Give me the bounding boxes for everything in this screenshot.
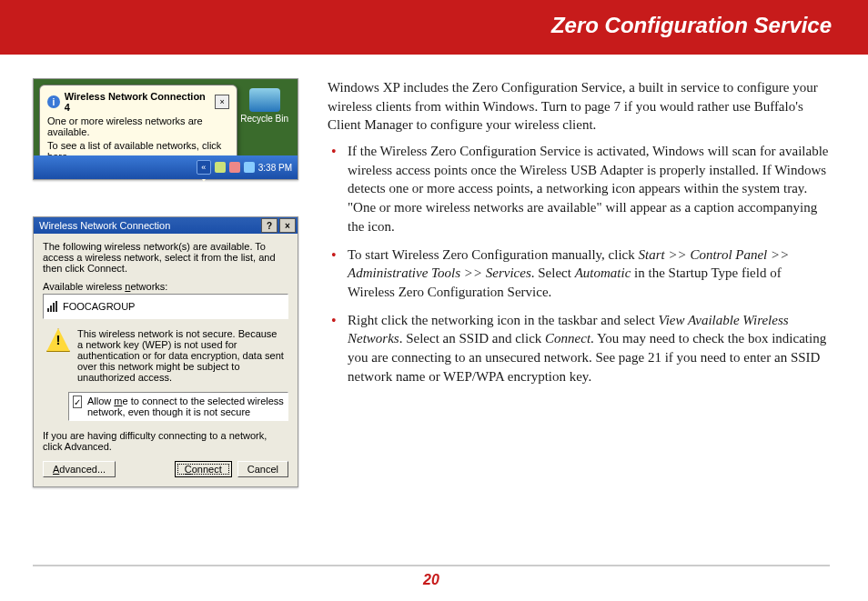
- dialog-intro: The following wireless network(s) are av…: [43, 241, 288, 274]
- cancel-button[interactable]: Cancel: [237, 461, 288, 477]
- warning-row: This wireless network is not secure. Bec…: [43, 325, 288, 386]
- balloon-title: Wireless Network Connection 4: [65, 91, 211, 113]
- network-list-label: Available wireless networks:: [43, 281, 288, 292]
- bullet-1: If the Wireless Zero Configuration Servi…: [338, 142, 830, 235]
- bullet-3: Right click the networking icon in the t…: [338, 311, 830, 386]
- recycle-bin-icon: [249, 88, 280, 112]
- left-column: Recycle Bin i Wireless Network Connectio…: [0, 78, 328, 552]
- dialog-close-button[interactable]: ×: [279, 218, 296, 233]
- recycle-bin: Recycle Bin: [240, 88, 288, 124]
- connect-button[interactable]: Connect: [175, 461, 232, 477]
- page-number: 20: [423, 572, 439, 587]
- network-ssid: FOOCAGROUP: [63, 301, 135, 312]
- dialog-button-row: Advanced... Connect Cancel: [43, 461, 288, 477]
- allow-connect-checkbox-row[interactable]: ✓ Allow me to connect to the selected wi…: [68, 392, 288, 421]
- tray-clock: 3:38 PM: [258, 163, 292, 173]
- tray-chevron[interactable]: «: [197, 160, 211, 175]
- dialog-title: Wireless Network Connection: [39, 220, 170, 231]
- warning-text: This wireless network is not secure. Bec…: [77, 328, 285, 383]
- dialog-advice: If you are having difficulty connecting …: [43, 430, 288, 452]
- dialog-help-button[interactable]: ?: [261, 218, 278, 233]
- tray-network-icon[interactable]: [215, 162, 226, 173]
- recycle-bin-label: Recycle Bin: [240, 114, 288, 124]
- balloon-line1: One or more wireless networks are availa…: [47, 115, 229, 137]
- signal-icon: [47, 301, 58, 312]
- page-title: Zero Configuration Service: [551, 13, 832, 38]
- info-icon: i: [47, 95, 60, 108]
- advanced-button[interactable]: Advanced...: [43, 461, 116, 477]
- screenshot-tray-balloon: Recycle Bin i Wireless Network Connectio…: [33, 78, 298, 180]
- intro-paragraph: Windows XP includes the Zero Configurati…: [328, 78, 830, 135]
- tray-icon[interactable]: [244, 162, 255, 173]
- dialog-titlebar: Wireless Network Connection ? ×: [34, 217, 298, 234]
- right-column: Windows XP includes the Zero Configurati…: [328, 78, 868, 552]
- balloon-close-button[interactable]: ×: [215, 95, 229, 109]
- taskbar: « 3:38 PM: [34, 155, 298, 179]
- page-header: Zero Configuration Service: [0, 0, 868, 55]
- warning-icon: [46, 328, 70, 352]
- page-body: Recycle Bin i Wireless Network Connectio…: [0, 78, 868, 552]
- network-list[interactable]: FOOCAGROUP: [43, 294, 288, 319]
- tray-icon[interactable]: [229, 162, 240, 173]
- footer-rule: [33, 565, 830, 566]
- bullet-2: To start Wireless Zero Configuration man…: [338, 245, 830, 302]
- screenshot-wireless-dialog: Wireless Network Connection ? × The foll…: [33, 216, 298, 487]
- allow-connect-checkbox[interactable]: ✓: [73, 396, 82, 408]
- allow-connect-label: Allow me to connect to the selected wire…: [87, 396, 284, 417]
- page-footer: 20: [33, 565, 830, 588]
